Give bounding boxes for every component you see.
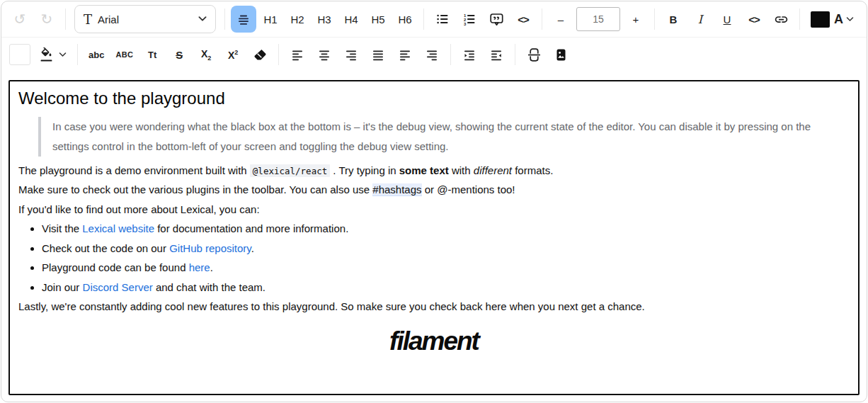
italic-button[interactable]: I (687, 6, 713, 33)
inline-code-icon: <> (748, 13, 760, 25)
strikethrough-button[interactable]: S (166, 41, 192, 68)
list-item: Join our Discord Server and chat with th… (42, 280, 850, 295)
align-center-button[interactable] (312, 41, 337, 68)
font-size-decrement-button[interactable]: – (548, 6, 573, 33)
editor-paragraph: If you'd like to find out more about Lex… (18, 203, 850, 217)
align-right-icon (344, 47, 358, 62)
heading-1-button[interactable]: H1 (258, 6, 283, 33)
heading-4-button[interactable]: H4 (338, 6, 364, 33)
lowercase-button[interactable]: abc (84, 41, 109, 68)
background-color-button[interactable] (34, 41, 72, 68)
text-run: Make sure to check out the various plugi… (18, 183, 372, 195)
bullet-list-icon (435, 12, 450, 26)
align-end-button[interactable] (419, 41, 445, 68)
align-right-button[interactable] (338, 41, 364, 68)
text-run: . (210, 261, 213, 273)
quote-button[interactable] (484, 6, 509, 33)
bold-icon: B (670, 13, 678, 25)
font-size-input[interactable] (576, 7, 620, 31)
text-run: and chat with the team. (153, 281, 265, 293)
text-run: Playground code can be found (42, 261, 189, 273)
bullet-list: Visit the Lexical website for documentat… (18, 222, 850, 294)
clear-formatting-button[interactable] (247, 41, 273, 68)
undo-icon: ↺ (14, 12, 26, 26)
code-block-icon: <> (518, 13, 529, 25)
text-run: . (251, 242, 254, 254)
list-item: Check out the code on our GitHub reposit… (42, 242, 850, 256)
bullet-list-button[interactable] (430, 6, 455, 33)
outdent-button[interactable] (484, 41, 509, 68)
link-icon (774, 12, 789, 27)
editor-heading: Welcome to the playground (18, 89, 850, 108)
link[interactable]: Discord Server (83, 281, 153, 293)
capitalize-button[interactable]: Tt (139, 41, 165, 68)
undo-button[interactable]: ↺ (7, 6, 33, 33)
align-center-icon (317, 47, 331, 62)
italic-icon: I (698, 13, 702, 26)
link[interactable]: Lexical website (82, 222, 154, 234)
subscript-button[interactable]: X2 (193, 41, 219, 68)
font-color-swatch (811, 11, 830, 28)
toolbar-divider (77, 44, 78, 65)
link[interactable]: here (189, 261, 210, 273)
toolbar-divider (515, 44, 515, 65)
lowercase-icon: abc (88, 50, 104, 60)
editor-paragraph: Lastly, we're constantly adding cool new… (18, 300, 850, 314)
link-button[interactable] (768, 6, 794, 33)
heading-2-button[interactable]: H2 (285, 6, 310, 33)
align-start-icon (398, 47, 412, 62)
underline-button[interactable]: U (714, 6, 740, 33)
page-break-button[interactable] (521, 41, 547, 68)
font-family-value: Arial (98, 13, 193, 25)
image-icon (554, 47, 569, 62)
code-block-button[interactable]: <> (510, 6, 536, 33)
filament-logo-image[interactable]: filament (389, 327, 479, 356)
redo-icon: ↻ (41, 12, 53, 26)
editor-quote: In case you were wondering what the blac… (38, 117, 845, 157)
page-break-icon (527, 47, 542, 62)
list-item: Playground code can be found here. (42, 261, 850, 275)
uppercase-button[interactable]: ABC (110, 41, 138, 68)
indent-button[interactable] (457, 41, 482, 68)
toolbar-divider (65, 8, 66, 30)
text-run: with (449, 164, 474, 176)
text-run: or @-mentions too! (422, 183, 515, 195)
font-color-button[interactable]: A (806, 6, 859, 33)
editor-shell: ↺ ↻ T Arial H1 H2 H3 (1, 1, 867, 402)
toolbar-row-2: abc ABC Tt S X2 X2 (1, 38, 867, 72)
link[interactable]: GitHub repository (169, 242, 251, 254)
align-left-button[interactable] (285, 41, 310, 68)
text-run: Visit the (42, 222, 82, 234)
heading-5-button[interactable]: H5 (365, 6, 391, 33)
background-color-swatch[interactable] (9, 44, 30, 65)
align-justify-button[interactable] (365, 41, 391, 68)
font-size-increment-button[interactable]: + (623, 6, 649, 33)
paragraph-format-button[interactable] (231, 6, 256, 33)
list-item: Visit the Lexical website for documentat… (42, 222, 850, 236)
superscript-icon: X2 (228, 49, 238, 61)
logo-paragraph: filament (18, 327, 850, 356)
uppercase-icon: ABC (115, 50, 133, 59)
heading-6-button[interactable]: H6 (392, 6, 418, 33)
rich-text-editor[interactable]: Welcome to the playground In case you we… (8, 80, 860, 395)
toolbar-divider (423, 8, 424, 30)
heading-3-button[interactable]: H3 (312, 6, 337, 33)
toolbar-divider (654, 8, 655, 30)
font-family-dropdown[interactable]: T Arial (74, 5, 216, 33)
align-justify-icon (371, 47, 385, 62)
numbered-list-button[interactable]: 1 2 3 (457, 6, 482, 33)
align-start-button[interactable] (392, 41, 418, 68)
insert-image-button[interactable] (548, 41, 573, 68)
superscript-button[interactable]: X2 (220, 41, 246, 68)
editor-paragraph: The playground is a demo environment bui… (18, 164, 850, 178)
toolbar-divider (799, 8, 800, 30)
code-text: @lexical/react (250, 164, 330, 177)
redo-button[interactable]: ↻ (34, 6, 59, 33)
toolbar-divider (224, 8, 225, 30)
font-family-icon: T (84, 12, 92, 27)
inline-code-button[interactable]: <> (741, 6, 767, 33)
font-color-letter: A (834, 12, 843, 27)
chevron-down-icon (59, 52, 67, 57)
bold-button[interactable]: B (661, 6, 686, 33)
chevron-down-icon (198, 16, 207, 22)
